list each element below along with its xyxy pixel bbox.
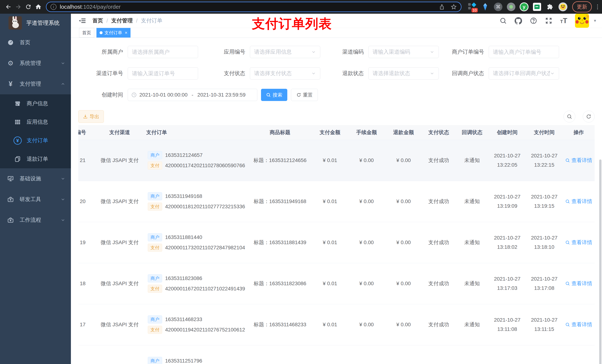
sidebar-item-workflow[interactable]: 工作流程 [0,210,71,230]
browser-extensions: 10 ⌘ y [468,2,567,11]
chevron-down-icon [61,176,65,181]
table-row[interactable]: 20 微信 JSAPI 支付 商户1635311949168 支付4200001… [78,181,595,222]
fullscreen-icon [545,17,552,24]
font-size-button[interactable]: TT [560,17,567,25]
browser-update-button[interactable]: 更新 [572,1,592,12]
search-icon [565,199,570,204]
browser-menu-icon[interactable]: ⋮ [595,5,600,9]
app-title: 芋道管理系统 [26,19,60,27]
chevron-down-icon [430,71,434,76]
navbar-actions: TT ▼ [499,14,597,28]
status-badge: 支付成功 [422,263,455,304]
sidebar-item-payment[interactable]: ¥ 支付管理 [0,74,71,94]
table-row[interactable]: 17 微信 JSAPI 支付 商户1635311468233 支付4200001… [78,304,595,345]
view-detail-link[interactable]: 查看详情 [565,280,592,287]
channel-order-no-input[interactable] [128,67,198,80]
browser-forward-button[interactable] [13,2,23,12]
github-link-button[interactable] [515,17,522,24]
app-frame: 芋道管理系统 首页 ⚙ 系统管理 ¥ 支付管理 商户信息 [0,14,602,364]
fullscreen-button[interactable] [545,17,552,24]
app-select[interactable]: 请选择应用信息 [250,46,320,58]
merchant-input[interactable] [128,46,198,58]
sidebar-item-pay-order[interactable]: ¥ 支付订单 [0,131,71,150]
breadcrumb-section[interactable]: 支付管理 [111,17,133,24]
merchant-order-no-input[interactable] [489,46,559,58]
tag-home[interactable]: 首页 [79,28,94,38]
address-bar[interactable]: i localhost:1024/pay/order [46,2,462,12]
filter-channel-code: 渠道编码 请输入渠道编码 [320,46,439,58]
tag-pay-order[interactable]: 支付订单 × [97,28,130,38]
view-detail-link[interactable]: 查看详情 [565,198,592,205]
header-search-button[interactable] [499,17,507,24]
channel-code-select[interactable]: 请输入渠道编码 [368,46,439,58]
table-row[interactable]: 19 微信 JSAPI 支付 商户1635311881440 支付4200001… [78,222,595,263]
browser-reload-button[interactable] [23,2,33,12]
date-range-start: 2021-10-01 00:00:00 [140,92,188,98]
search-icon [565,240,570,245]
share-button[interactable] [439,4,445,10]
col-status: 支付状态 [422,125,455,140]
grid-icon [13,119,22,125]
site-info-icon[interactable]: i [51,4,56,10]
star-icon [451,4,457,10]
col-notify: 回调状态 [455,125,489,140]
filter-row-1: 所属商户 应用编号 请选择应用信息 渠道编码 请输入渠道编码 [78,46,595,58]
browser-back-button[interactable] [3,2,13,12]
table-row[interactable]: 18 微信 JSAPI 支付 商户1635311823086 支付4200001… [78,263,595,304]
sidebar-item-infra[interactable]: 基础设施 [0,168,71,189]
table-row[interactable]: 21 微信 JSAPI 支付 商户1635312124657 支付4200001… [78,140,595,181]
sidebar-item-home[interactable]: 首页 [0,32,71,53]
page-annotation-title: 支付订单列表 [252,15,332,32]
extension-chat-icon[interactable] [533,2,541,11]
view-detail-link[interactable]: 查看详情 [565,321,592,328]
dashboard-icon [6,39,15,46]
refresh-table-button[interactable] [583,111,595,123]
filter-row-2: 渠道订单号 支付状态 请选择支付状态 退款状态 请选择退款状态 [78,67,595,80]
date-range-picker[interactable]: 2021-10-01 00:00:00 - 2021-10-31 23:59:5… [128,89,257,101]
sidebar-item-system[interactable]: ⚙ 系统管理 [0,53,71,74]
browser-home-button[interactable] [33,2,43,12]
sidebar-item-refund-order[interactable]: 退款订单 [0,150,71,168]
extensions-puzzle-icon[interactable] [546,2,554,11]
sidebar-item-app-info[interactable]: 应用信息 [0,113,71,131]
status-badge: 支付成功 [422,181,455,222]
sidebar-logo[interactable]: 芋道管理系统 [0,14,71,32]
view-detail-link[interactable]: 查看详情 [565,157,592,164]
help-button[interactable] [530,17,537,24]
bookmark-star-button[interactable] [451,4,457,10]
sidebar-item-merchant-info[interactable]: 商户信息 [0,94,71,113]
question-circle-icon [530,17,537,24]
avatar-caret-icon[interactable]: ▼ [593,19,597,23]
breadcrumb-home[interactable]: 首页 [92,17,103,24]
extension-dot-icon[interactable] [507,2,516,11]
profile-avatar-icon[interactable] [559,2,567,11]
extension-kite-icon[interactable]: 10 [468,2,477,11]
reset-button[interactable]: 重置 [291,89,318,101]
tag-close-icon[interactable]: × [125,30,127,35]
tags-view-bar: 首页 支付订单 × [71,28,602,38]
user-avatar[interactable] [575,14,589,28]
extension-gem-icon[interactable] [481,2,490,11]
view-detail-link[interactable]: 查看详情 [565,239,592,246]
toggle-search-button[interactable] [563,111,575,123]
export-button[interactable]: 导出 [78,110,104,123]
extension-command-icon[interactable]: ⌘ [494,2,503,11]
search-icon [499,17,507,24]
search-button[interactable]: 搜索 [261,89,287,101]
extension-y-icon[interactable]: y [520,2,528,11]
refresh-icon [296,93,301,97]
pay-tag: 支付 [148,244,162,252]
order-cell: 商户1635311251796 [146,345,248,364]
sidebar-fold-button[interactable] [78,17,86,25]
sidebar-item-devtools[interactable]: 研发工具 [0,189,71,210]
callback-status-select[interactable]: 请选择订单回调商户状态 [489,67,559,80]
status-badge: 支付成功 [422,304,455,345]
vertical-scrollbar[interactable] [599,159,602,364]
filter-merchant: 所属商户 [78,46,198,58]
filter-channel-order-no: 渠道订单号 [78,67,198,80]
refund-status-select[interactable]: 请选择退款状态 [368,67,439,80]
table-row-partial[interactable]: 商户1635311251796 [78,345,595,364]
merchant-tag: 商户 [148,233,162,241]
arrow-right-icon [15,3,22,10]
pay-status-select[interactable]: 请选择支付状态 [250,67,320,80]
